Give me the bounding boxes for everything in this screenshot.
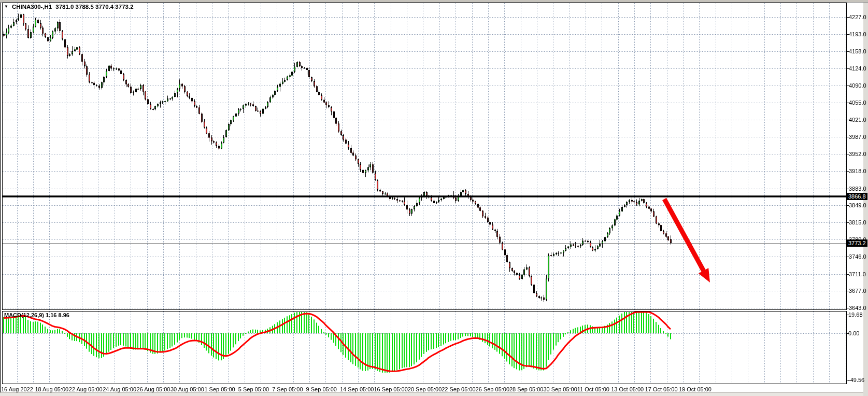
date-label: 13 Oct 05:00 (611, 386, 644, 392)
symbol-dropdown-icon[interactable]: ▼ (4, 4, 8, 10)
date-label: 26 Aug 05:00 (137, 386, 170, 392)
date-label: 24 Aug 05:00 (103, 386, 136, 392)
date-label: 9 Sep 05:00 (306, 386, 337, 392)
date-label: 5 Sep 05:00 (238, 386, 269, 392)
price-tick-label: 3883.0 (849, 186, 866, 192)
price-tick-label: 3849.0 (849, 202, 866, 208)
date-label: 14 Sep 05:00 (340, 386, 374, 392)
date-label: 22 Aug 05:00 (69, 386, 103, 392)
price-tick-label: 4193.0 (849, 31, 866, 37)
price-tick-label: 3643.0 (849, 305, 866, 311)
price-tick-label: 3677.0 (849, 288, 866, 294)
date-label: 7 Sep 05:00 (272, 386, 303, 392)
macd-tick-label: 19.68 (848, 312, 863, 318)
hline-price-tag: 3866.8 (847, 193, 867, 200)
price-tick-label: 3918.0 (849, 168, 866, 174)
date-label: 28 Sep 05:00 (509, 386, 543, 392)
date-label: 16 Aug 2022 (1, 386, 33, 392)
date-label: 16 Sep 05:00 (374, 386, 407, 392)
price-tick-label: 3815.0 (849, 219, 866, 225)
price-tick-label: 4021.0 (849, 117, 866, 123)
date-label: 19 Oct 05:00 (679, 386, 712, 392)
ohlc-values: 3781.0 3788.5 3770.4 3773.2 (55, 4, 133, 10)
price-tick-label: 4090.0 (849, 82, 866, 89)
current-price-tag: 3773.2 (847, 239, 867, 247)
date-label: 22 Sep 05:00 (442, 386, 475, 392)
chart-canvas[interactable] (0, 0, 868, 396)
date-label: 30 Sep 05:00 (543, 386, 577, 392)
date-label: 17 Oct 05:00 (645, 386, 678, 392)
indicator-label: MACD(12,26,9) 1.16 8.96 (4, 312, 69, 318)
price-tick-label: 3952.0 (849, 151, 866, 157)
date-label: 18 Aug 05:00 (35, 386, 68, 392)
price-tick-label: 3987.0 (849, 134, 866, 140)
price-tick-label: 4158.0 (849, 48, 866, 54)
chart-title: ▼ CHINA300-,H1 3781.0 3788.5 3770.4 3773… (4, 4, 134, 10)
price-tick-label: 3711.0 (849, 271, 866, 277)
date-label: 20 Sep 05:00 (408, 386, 442, 392)
price-tick-label: 4227.0 (849, 14, 866, 20)
price-tick-label: 4124.0 (849, 65, 866, 72)
macd-tick-label: -49.56 (848, 377, 864, 383)
date-label: 1 Sep 05:00 (204, 386, 235, 392)
price-tick-label: 3746.0 (849, 253, 866, 260)
date-label: 11 Oct 05:00 (577, 386, 609, 392)
chart-window: ▼ CHINA300-,H1 3781.0 3788.5 3770.4 3773… (0, 0, 868, 396)
symbol-period-label: CHINA300-,H1 (12, 4, 52, 10)
price-tick-label: 4055.0 (849, 100, 866, 106)
date-label: 26 Sep 05:00 (476, 386, 509, 392)
date-label: 30 Aug 05:00 (170, 386, 204, 392)
macd-tick-label: 0.00 (848, 330, 859, 336)
